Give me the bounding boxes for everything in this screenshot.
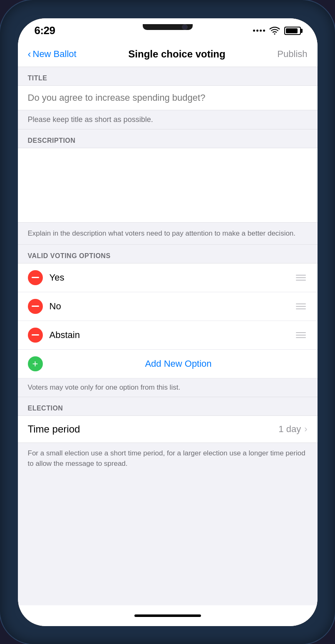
- nav-title: Single choice voting: [81, 48, 273, 60]
- main-content: TITLE Please keep title as short as poss…: [18, 67, 318, 605]
- title-section-header: TITLE: [18, 67, 318, 85]
- voting-options-list: Yes No: [18, 263, 318, 378]
- nav-bar: ‹ New Ballot Single choice voting Publis…: [18, 43, 318, 67]
- table-row: Yes: [18, 264, 318, 292]
- status-bar: 6:29: [18, 18, 318, 43]
- title-hint: Please keep title as short as possible.: [18, 110, 318, 129]
- camera-notch: [143, 24, 193, 30]
- status-icons: [253, 27, 301, 35]
- home-indicator: [18, 605, 318, 626]
- option-no-label: No: [50, 301, 288, 312]
- table-row: No: [18, 292, 318, 321]
- home-bar: [134, 614, 201, 617]
- chevron-right-icon: ›: [304, 424, 307, 435]
- back-chevron-icon: ‹: [28, 48, 31, 60]
- camera-lens: [182, 24, 188, 30]
- wifi-icon: [269, 27, 280, 35]
- add-option-row[interactable]: + Add New Option: [18, 350, 318, 378]
- back-button[interactable]: ‹ New Ballot: [28, 48, 77, 60]
- option-yes-label: Yes: [50, 272, 288, 283]
- status-time: 6:29: [35, 24, 55, 37]
- add-option-label: Add New Option: [50, 358, 308, 369]
- title-input[interactable]: [18, 85, 318, 110]
- drag-handle-no[interactable]: [294, 302, 308, 311]
- phone-frame: 6:29: [0, 0, 335, 644]
- time-period-label: Time period: [28, 423, 279, 435]
- voters-hint: Voters may vote only for one option from…: [18, 378, 318, 397]
- battery-icon: [284, 27, 301, 35]
- time-period-value: 1 day: [278, 424, 301, 435]
- drag-handle-yes[interactable]: [294, 273, 308, 282]
- option-abstain-label: Abstain: [50, 330, 288, 341]
- drag-handle-abstain[interactable]: [294, 331, 308, 340]
- add-option-button[interactable]: +: [28, 356, 43, 371]
- description-hint: Explain in the description what voters n…: [18, 224, 318, 245]
- time-period-row[interactable]: Time period 1 day ›: [18, 415, 318, 443]
- election-hint: For a small election use a short time pe…: [18, 443, 318, 477]
- remove-yes-button[interactable]: [28, 270, 43, 285]
- phone-screen: 6:29: [18, 18, 318, 626]
- back-label: New Ballot: [33, 49, 77, 60]
- election-section-header: ELECTION: [18, 397, 318, 415]
- publish-button[interactable]: Publish: [277, 49, 307, 60]
- remove-abstain-button[interactable]: [28, 328, 43, 343]
- remove-no-button[interactable]: [28, 299, 43, 314]
- signal-icon: [253, 30, 265, 32]
- description-section-header: DESCRIPTION: [18, 129, 318, 148]
- voting-options-header: VALID VOTING OPTIONS: [18, 245, 318, 263]
- description-input[interactable]: [18, 148, 318, 223]
- table-row: Abstain: [18, 321, 318, 350]
- app-screen: 6:29: [18, 18, 318, 626]
